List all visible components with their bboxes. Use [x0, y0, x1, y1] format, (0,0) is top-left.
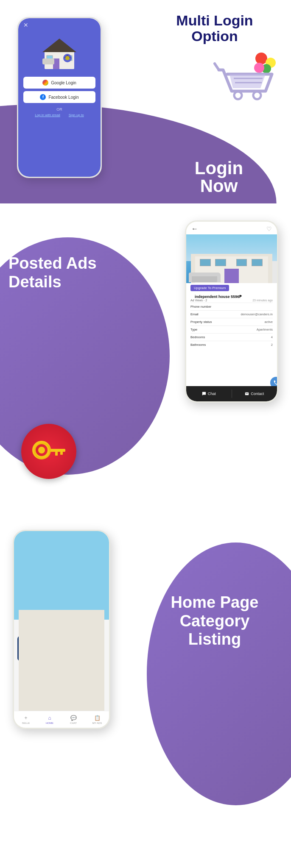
nav-item-home[interactable]: ⌂ HOME: [38, 711, 62, 728]
window2: [215, 259, 226, 266]
listing-photo: [186, 234, 277, 283]
signup-link[interactable]: Sign up to: [69, 113, 84, 117]
divider-3: [190, 318, 273, 318]
door: [224, 269, 239, 284]
phone-number-label: Phone number: [190, 305, 211, 309]
key-icon: [30, 437, 68, 466]
bathrooms-row: Bathrooms 2: [186, 342, 277, 348]
contact-label: Contact: [251, 392, 264, 396]
email-label: Email: [190, 312, 199, 316]
type-label: Type: [190, 328, 197, 331]
house-photo-mock: [186, 234, 277, 283]
svg-marker-1: [42, 39, 76, 52]
multi-login-title: Multi Login Option: [147, 13, 283, 45]
window4: [252, 259, 263, 266]
phone-mockup-3: ☰ 🔔 📍 Bacolod City, Western Visayas: [13, 530, 110, 729]
bedrooms-row: Bedrooms 4: [186, 334, 277, 340]
myads-icon: 📋: [94, 715, 101, 721]
bathrooms-value: 2: [271, 343, 273, 347]
chat-icon: [202, 392, 206, 396]
section-homepage: ☰ 🔔 📍 Bacolod City, Western Visayas: [0, 509, 291, 848]
contact-button[interactable]: Contact: [232, 392, 277, 396]
bedrooms-label: Bedrooms: [190, 335, 205, 339]
thumb-row: ♡: [14, 634, 109, 663]
property-status-label: Property status: [190, 320, 212, 324]
bedrooms-value: 4: [271, 335, 273, 339]
myads-label: MY ADS: [92, 722, 102, 724]
chat-button[interactable]: Chat: [186, 392, 232, 396]
facebook-login-label: Facebook Login: [48, 95, 78, 100]
svg-point-8: [65, 56, 70, 60]
phone2-screen: ← ♡: [186, 222, 277, 401]
facebook-login-btn[interactable]: f Facebook Login: [23, 91, 95, 103]
window3: [236, 259, 247, 266]
homepage-title: Home Page Category Listing: [147, 593, 283, 649]
login-email-link[interactable]: Log in with email: [35, 113, 60, 117]
phone1-screen: ✕ Google Login f Facebook L: [18, 18, 101, 177]
phone-mockup-1: ✕ Google Login f Facebook L: [17, 17, 102, 178]
thumb-2[interactable]: [53, 636, 87, 661]
back-icon[interactable]: ←: [191, 225, 198, 233]
time-ago: 23 minutes ago: [252, 299, 273, 302]
chat-nav-label: CHAT: [70, 722, 77, 724]
nav-item-selle[interactable]: + SELLE: [14, 711, 38, 728]
phone-fab-icon: [273, 380, 278, 386]
divider-5: [190, 333, 273, 334]
home-label: HOME: [46, 722, 53, 724]
google-login-btn[interactable]: Google Login: [23, 77, 95, 89]
google-login-label: Google Login: [51, 81, 76, 85]
car-body: [192, 276, 217, 282]
chat-label: Chat: [208, 392, 216, 396]
divider-2: [190, 310, 273, 311]
svg-point-19: [38, 447, 45, 453]
login-now-text: Login Now: [159, 159, 278, 195]
property-status-row: Property status active: [186, 319, 277, 325]
selle-icon: +: [24, 715, 27, 721]
svg-rect-21: [55, 452, 58, 456]
bg-blob-3: [147, 542, 291, 805]
divider-6: [190, 341, 273, 341]
auth-links: Log in with email Sign up to: [35, 113, 84, 117]
heart-icon[interactable]: ♡: [266, 225, 272, 232]
selle-label: SELLE: [22, 722, 30, 724]
thumb-house-2: [53, 636, 87, 661]
nav-item-chat[interactable]: 💬 CHAT: [62, 711, 85, 728]
type-value: Apartments: [257, 328, 273, 331]
facebook-icon: f: [40, 94, 46, 100]
thumb-house-body: [53, 636, 87, 661]
home-nav-icon: ⌂: [48, 715, 51, 721]
phone-mockup-2: ← ♡: [185, 220, 278, 403]
cart-icon-area: [210, 51, 278, 106]
multi-login-text-area: Multi Login Option: [147, 13, 283, 45]
phone2-header: ← ♡: [186, 222, 277, 234]
section-multilogin: ✕ Google Login f Facebook L: [0, 0, 291, 203]
cart-icon: [210, 51, 278, 106]
email-value: demouser@canders.in: [241, 312, 273, 316]
close-icon: ✕: [23, 22, 28, 28]
listing-title: independent house 5596₱: [190, 294, 273, 299]
section-posted-ads: Posted Ads Details ← ♡: [0, 203, 291, 509]
google-icon: [42, 80, 48, 86]
type-row: Type Apartments: [186, 327, 277, 332]
nav-item-myads[interactable]: 📋 MY ADS: [85, 711, 109, 728]
property-status-value: active: [264, 320, 273, 324]
upgrade-btn[interactable]: Upgrade To Premium: [190, 285, 229, 291]
svg-rect-22: [60, 452, 63, 455]
or-divider: OR: [56, 107, 62, 111]
svg-rect-5: [42, 58, 54, 64]
key-circle: [21, 424, 76, 479]
chat-nav-icon: 💬: [70, 715, 77, 721]
phone-number-row: Phone number: [186, 304, 277, 309]
phone3-screen: ☰ 🔔 📍 Bacolod City, Western Visayas: [14, 531, 109, 728]
window1: [200, 259, 211, 266]
chat-contact-bar: Chat Contact: [186, 386, 277, 401]
svg-point-15: [234, 92, 242, 99]
svg-point-16: [253, 92, 261, 99]
divider-4: [190, 326, 273, 326]
key-icon-area: [21, 424, 81, 483]
house-icon: [40, 35, 78, 69]
bathrooms-label: Bathrooms: [190, 343, 206, 347]
divider-1: [190, 303, 273, 303]
listing-title-row: independent house 5596₱ 23 minutes ago: [186, 293, 277, 299]
posted-ads-title: Posted Ads Details: [8, 254, 97, 291]
